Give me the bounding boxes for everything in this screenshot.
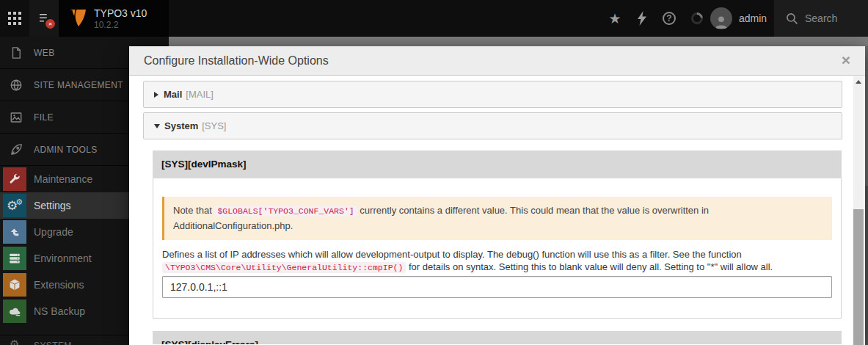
panel-tag: [SYS] bbox=[202, 120, 226, 131]
settings-tile: ⚙ ⚙ bbox=[3, 194, 26, 217]
sidebar-item-label: WEB bbox=[34, 48, 55, 58]
configuration-modal: Configure Installation-Wide Options × Ma… bbox=[129, 46, 865, 345]
sidebar-item-label: FILE bbox=[34, 112, 54, 123]
help-icon: ? bbox=[663, 12, 676, 25]
panel-name: Mail bbox=[164, 89, 182, 100]
description-text: for details on syntax. Setting this to b… bbox=[406, 261, 773, 272]
modal-header: Configure Installation-Wide Options × bbox=[129, 46, 865, 76]
panel-name: System bbox=[164, 120, 198, 131]
sidebar-item-label: Upgrade bbox=[34, 219, 73, 245]
cloud-icon bbox=[8, 305, 22, 319]
user-menu-button[interactable]: admin bbox=[710, 0, 776, 37]
upgrade-tile bbox=[3, 220, 26, 244]
username-label: admin bbox=[739, 12, 767, 24]
description-text: Defines a list of IP addresses which wil… bbox=[162, 249, 742, 260]
grid-icon bbox=[8, 12, 21, 25]
wrench-icon bbox=[8, 172, 21, 186]
server-stack-icon bbox=[8, 252, 21, 265]
rocket-icon bbox=[10, 143, 23, 156]
close-icon[interactable]: × bbox=[842, 46, 850, 74]
scrollbar-up-button[interactable] bbox=[853, 76, 864, 87]
avatar bbox=[710, 7, 732, 29]
system-panel-body: [SYS][devIPmask] Note that $GLOBALS['TYP… bbox=[143, 139, 851, 344]
typo3-brand[interactable]: TYPO3 v10 10.2.2 bbox=[59, 0, 169, 37]
gear-icon: ⚙ bbox=[10, 339, 19, 345]
sidebar-item-label: Environment bbox=[34, 245, 92, 272]
accordion-system[interactable]: System [SYS] bbox=[143, 112, 842, 139]
group-header-displayerrors: [SYS][displayErrors] bbox=[153, 331, 842, 344]
caret-right-icon bbox=[154, 92, 158, 98]
panel-tag: [MAIL] bbox=[186, 89, 214, 100]
brand-version: 10.2.2 bbox=[94, 20, 147, 30]
bookmark-button[interactable]: ★ bbox=[601, 0, 629, 37]
sidebar-item-label: NS Backup bbox=[34, 298, 85, 324]
dev-ip-mask-group: [SYS][devIPmask] Note that $GLOBALS['TYP… bbox=[153, 150, 842, 319]
warning-callout: Note that $GLOBALS['TYPO3_CONF_VARS'] cu… bbox=[162, 197, 832, 240]
display-errors-group: [SYS][displayErrors] bbox=[153, 331, 842, 344]
opendocs-button[interactable]: × bbox=[29, 0, 59, 37]
group-body-devipmask: Note that $GLOBALS['TYPO3_CONF_VARS'] cu… bbox=[153, 178, 842, 319]
modal-title: Configure Installation-Wide Options bbox=[144, 46, 329, 76]
sidebar-item-label: ADMIN TOOLS bbox=[34, 145, 98, 155]
caret-down-icon bbox=[154, 124, 160, 128]
brand-title: TYPO3 v10 bbox=[94, 7, 147, 19]
sidebar-item-label: Settings bbox=[34, 192, 71, 219]
modal-scrollbar[interactable] bbox=[853, 76, 864, 345]
field-description: Defines a list of IP addresses which wil… bbox=[162, 248, 832, 274]
search-area[interactable] bbox=[774, 0, 868, 37]
arrow-up-icon bbox=[8, 225, 21, 239]
document-icon bbox=[10, 46, 23, 59]
typo3-backend: × TYPO3 v10 10.2.2 ★ ? bbox=[0, 0, 868, 345]
help-button[interactable]: ? bbox=[655, 0, 683, 37]
opendocs-close-badge: × bbox=[45, 19, 55, 29]
note-code: $GLOBALS['TYPO3_CONF_VARS'] bbox=[214, 206, 357, 217]
module-menu-toggle-button[interactable] bbox=[0, 0, 29, 37]
accordion-mail[interactable]: Mail [MAIL] bbox=[143, 81, 842, 108]
extensions-tile bbox=[3, 273, 26, 297]
sidebar-item-label: Extensions bbox=[34, 272, 84, 298]
dimmed-content-edge bbox=[865, 186, 868, 345]
globe-icon bbox=[10, 79, 23, 92]
bolt-icon bbox=[637, 11, 647, 26]
sidebar-item-label: SITE MANAGEMENT bbox=[34, 80, 123, 90]
scrollbar-thumb[interactable] bbox=[853, 209, 864, 345]
dimmed-content-edge bbox=[865, 46, 868, 186]
sidebar-item-label: Maintenance bbox=[34, 166, 92, 192]
search-input[interactable] bbox=[805, 12, 856, 24]
description-code: \TYPO3\CMS\Core\Utility\GeneralUtility::… bbox=[162, 262, 406, 273]
user-icon bbox=[713, 13, 729, 29]
group-header-devipmask: [SYS][devIPmask] bbox=[153, 150, 842, 178]
image-icon bbox=[10, 111, 23, 124]
environment-tile bbox=[3, 247, 26, 270]
loading-indicator bbox=[683, 0, 711, 37]
dimmed-content-strip bbox=[169, 37, 868, 46]
typo3-logo-icon bbox=[69, 9, 87, 28]
spinner-icon bbox=[689, 10, 706, 27]
note-text: Note that bbox=[173, 205, 214, 216]
ns-backup-tile bbox=[3, 299, 26, 323]
dev-ip-mask-input[interactable] bbox=[162, 276, 832, 298]
sidebar-item-label: SYSTEM bbox=[34, 341, 72, 345]
star-icon: ★ bbox=[608, 10, 621, 26]
clear-cache-button[interactable] bbox=[628, 0, 656, 37]
topbar: × TYPO3 v10 10.2.2 ★ ? bbox=[0, 0, 868, 37]
cube-icon bbox=[8, 278, 21, 291]
modal-body: Mail [MAIL] System [SYS] [SYS][devIPmask… bbox=[129, 76, 865, 344]
search-icon bbox=[786, 12, 798, 25]
maintenance-tile bbox=[3, 167, 26, 191]
